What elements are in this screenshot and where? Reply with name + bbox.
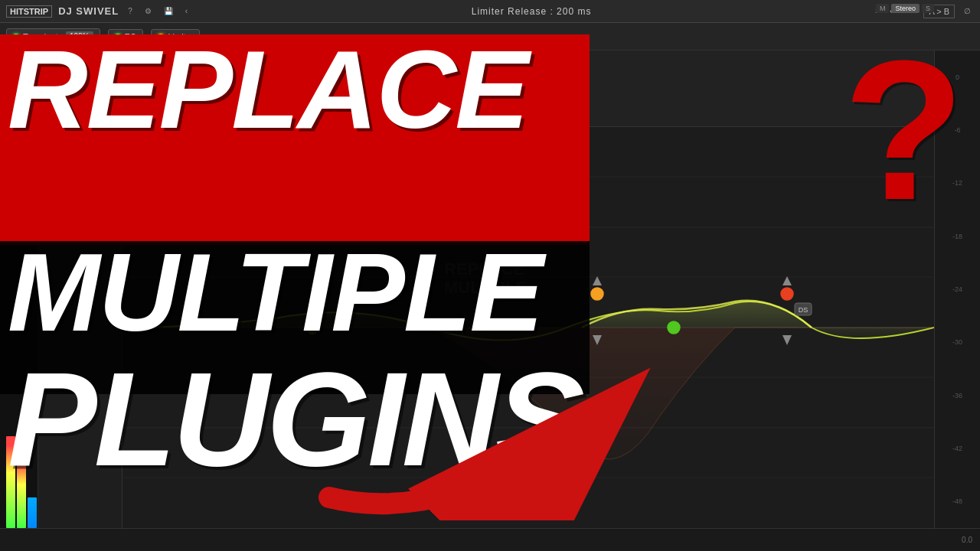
eq-node-4 bbox=[781, 288, 793, 300]
settings-button[interactable]: ⚙ bbox=[142, 5, 155, 17]
help-button[interactable]: ? bbox=[125, 5, 136, 17]
preset-title: Limiter Release : 200 ms bbox=[197, 6, 866, 17]
brand-name: DJ SWIVEL bbox=[58, 5, 119, 17]
stereo-button[interactable]: Stereo bbox=[891, 4, 920, 13]
prev-button[interactable]: ‹ bbox=[182, 5, 191, 17]
svg-marker-11 bbox=[782, 276, 792, 285]
bypass-button[interactable]: ∅ bbox=[961, 5, 974, 17]
right-label-n24: -24 bbox=[952, 285, 962, 293]
bottom-bar: 0.0 bbox=[0, 528, 980, 551]
stereo-selector: M Stereo S bbox=[876, 4, 934, 13]
svg-text:DS: DS bbox=[799, 306, 808, 314]
svg-marker-9 bbox=[593, 276, 602, 285]
eq-node-3 bbox=[668, 321, 680, 334]
toolbar: HITSTRIP DJ SWIVEL ? ⚙ 💾 ‹ Limiter Relea… bbox=[0, 0, 980, 23]
mono-button[interactable]: M bbox=[876, 4, 890, 13]
right-label-n36: -36 bbox=[952, 392, 962, 399]
app-logo: HITSTRIP bbox=[6, 5, 52, 18]
bottom-value: 0.0 bbox=[962, 536, 972, 544]
side-button[interactable]: S bbox=[922, 4, 934, 13]
svg-marker-12 bbox=[782, 335, 792, 345]
arrow-overlay bbox=[268, 306, 666, 520]
meter-gr bbox=[28, 497, 37, 528]
eq-node-2 bbox=[591, 288, 603, 300]
replace-text-overlay: REPLACE bbox=[8, 34, 528, 145]
right-label-n30: -30 bbox=[952, 338, 962, 346]
save-button[interactable]: 💾 bbox=[161, 5, 176, 17]
right-label-n48: -48 bbox=[952, 497, 962, 505]
question-mark-overlay: ? bbox=[843, 31, 965, 230]
right-label-n42: -42 bbox=[952, 445, 962, 452]
